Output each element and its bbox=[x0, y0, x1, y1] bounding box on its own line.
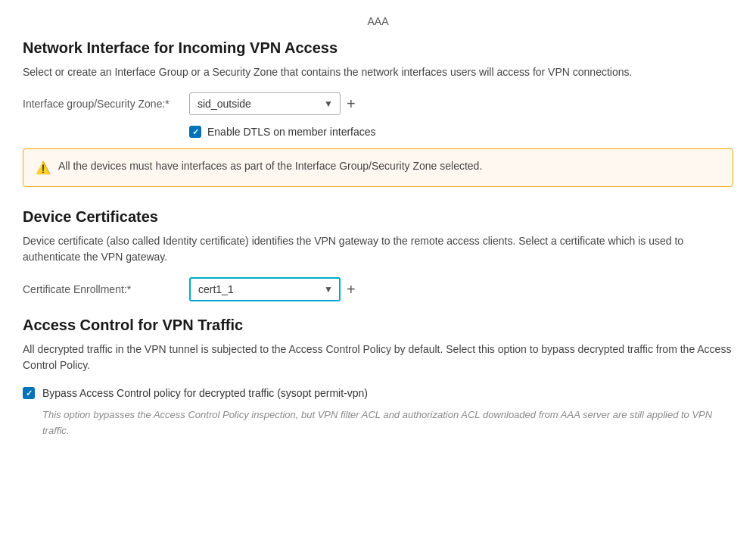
access-control-desc: All decrypted traffic in the VPN tunnel … bbox=[23, 342, 733, 373]
interface-select[interactable]: sid_outside bbox=[189, 92, 341, 115]
cert-section-desc: Device certificate (also called Identity… bbox=[23, 233, 733, 265]
cert-select[interactable]: cert1_1 bbox=[189, 277, 341, 301]
access-control-section: Access Control for VPN Traffic All decry… bbox=[23, 317, 733, 439]
vpn-section: Network Interface for Incoming VPN Acces… bbox=[23, 39, 733, 187]
cert-add-button[interactable]: + bbox=[341, 282, 362, 297]
aaa-label: AAA bbox=[23, 15, 733, 27]
bypass-checkbox-row: Bypass Access Control policy for decrypt… bbox=[23, 385, 733, 401]
dtls-label: Enable DTLS on member interfaces bbox=[207, 126, 376, 138]
bypass-checkbox[interactable] bbox=[23, 387, 35, 399]
cert-field-row: Certificate Enrollment:* cert1_1 ▼ + bbox=[23, 277, 733, 301]
vpn-section-title: Network Interface for Incoming VPN Acces… bbox=[23, 39, 733, 57]
interface-label: Interface group/Security Zone:* bbox=[23, 98, 189, 110]
warning-icon: ⚠️ bbox=[36, 159, 51, 177]
cert-section: Device Certificates Device certificate (… bbox=[23, 208, 733, 301]
warning-box: ⚠️ All the devices must have interfaces … bbox=[23, 148, 733, 187]
dtls-checkbox[interactable] bbox=[189, 126, 201, 138]
dtls-checkbox-row: Enable DTLS on member interfaces bbox=[189, 126, 733, 138]
vpn-section-desc: Select or create an Interface Group or a… bbox=[23, 64, 733, 80]
interface-field-row: Interface group/Security Zone:* sid_outs… bbox=[23, 92, 733, 115]
cert-label: Certificate Enrollment:* bbox=[23, 283, 189, 295]
access-control-title: Access Control for VPN Traffic bbox=[23, 317, 733, 334]
bypass-note: This option bypasses the Access Control … bbox=[42, 407, 733, 439]
cert-select-wrapper: cert1_1 ▼ bbox=[189, 277, 341, 301]
bypass-label: Bypass Access Control policy for decrypt… bbox=[42, 385, 368, 401]
interface-select-wrapper: sid_outside ▼ bbox=[189, 92, 341, 115]
cert-section-title: Device Certificates bbox=[23, 208, 733, 226]
interface-add-button[interactable]: + bbox=[341, 96, 362, 111]
warning-text: All the devices must have interfaces as … bbox=[58, 158, 482, 174]
